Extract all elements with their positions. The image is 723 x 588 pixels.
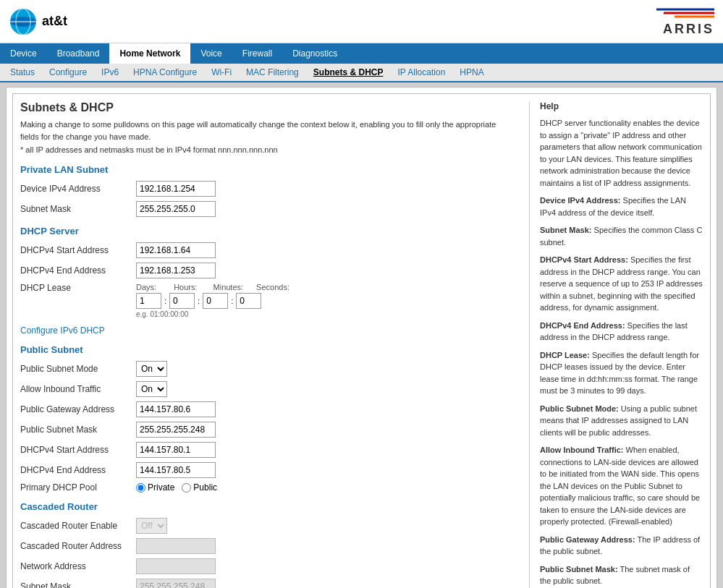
help-para-2: Device IPv4 Address: Specifies the LAN I… bbox=[540, 195, 703, 218]
att-logo: at&t bbox=[9, 7, 67, 36]
pool-public-radio[interactable]: Public bbox=[182, 482, 217, 493]
cascaded-subnet-input[interactable] bbox=[136, 579, 216, 588]
inbound-traffic-row: Allow Inbound Traffic On Off bbox=[20, 381, 515, 397]
nav-device[interactable]: Device bbox=[0, 43, 47, 64]
cascaded-address-row: Cascaded Router Address bbox=[20, 538, 515, 554]
cascaded-subnet-label: Subnet Mask bbox=[20, 581, 136, 588]
lease-days-label: Days: bbox=[136, 283, 156, 291]
nav-ipv6[interactable]: IPv6 bbox=[94, 64, 126, 81]
main-content: Subnets & DHCP Making a change to some p… bbox=[12, 93, 711, 588]
public-mode-row: Public Subnet Mode On Off bbox=[20, 361, 515, 377]
public-mode-select[interactable]: On Off bbox=[136, 361, 167, 377]
lease-hint: e.g. 01:00:00:00 bbox=[136, 310, 289, 318]
dhcp-end-row: DHCPv4 End Address bbox=[20, 263, 515, 278]
lease-days-input[interactable] bbox=[136, 293, 161, 309]
public-mode-label: Public Subnet Mode bbox=[20, 364, 136, 374]
inbound-traffic-select[interactable]: On Off bbox=[136, 381, 167, 397]
public-gateway-label: Public Gateway Address bbox=[20, 404, 136, 414]
help-para-3: Subnet Mask: Specifies the common Class … bbox=[540, 224, 703, 248]
header: at&t ARRIS bbox=[0, 0, 723, 43]
help-para-7: Public Subnet Mode: Using a public subne… bbox=[540, 403, 703, 439]
cascaded-address-input[interactable] bbox=[136, 538, 216, 554]
device-ipv4-row: Device IPv4 Address bbox=[20, 181, 515, 197]
primary-dhcp-pool-label: Primary DHCP Pool bbox=[20, 482, 136, 493]
device-ipv4-input[interactable] bbox=[136, 181, 216, 197]
network-address-row: Network Address bbox=[20, 558, 515, 574]
help-title: Help bbox=[540, 101, 703, 111]
nav-primary: Device Broadband Home Network Voice Fire… bbox=[0, 43, 723, 64]
dhcp-end-label: DHCPv4 End Address bbox=[20, 265, 136, 276]
lease-minutes-label: Minutes: bbox=[213, 283, 244, 291]
nav-diagnostics[interactable]: Diagnostics bbox=[282, 43, 347, 64]
public-start-row: DHCPv4 Start Address bbox=[20, 442, 515, 458]
primary-dhcp-pool-row: Primary DHCP Pool Private Public bbox=[20, 482, 515, 493]
network-address-input[interactable] bbox=[136, 558, 216, 574]
lease-seconds-input[interactable] bbox=[236, 293, 261, 309]
lease-seconds-label: Seconds: bbox=[256, 283, 289, 291]
public-subnet-mask-input[interactable] bbox=[136, 422, 216, 438]
help-para-9: Public Gateway Address: The IP address o… bbox=[540, 534, 703, 558]
cascaded-address-label: Cascaded Router Address bbox=[20, 541, 136, 551]
lease-minutes-input[interactable] bbox=[203, 293, 228, 309]
inbound-traffic-label: Allow Inbound Traffic bbox=[20, 384, 136, 394]
arris-stripe-icon bbox=[656, 6, 714, 22]
public-end-input[interactable] bbox=[136, 462, 216, 478]
nav-broadband[interactable]: Broadband bbox=[47, 43, 110, 64]
nav-status[interactable]: Status bbox=[3, 64, 42, 81]
configure-ipv6-dhcp-link[interactable]: Configure IPv6 DHCP bbox=[20, 325, 105, 336]
att-logo-icon bbox=[9, 7, 38, 36]
cascaded-enable-row: Cascaded Router Enable Off On bbox=[20, 518, 515, 534]
pool-public-radio-input[interactable] bbox=[182, 483, 191, 493]
cascaded-enable-select[interactable]: Off On bbox=[136, 518, 167, 534]
lease-hours-input[interactable] bbox=[169, 293, 195, 309]
arris-logo-text: ARRIS bbox=[663, 22, 714, 37]
nav-configure[interactable]: Configure bbox=[42, 64, 94, 81]
nav-wifi[interactable]: Wi-Fi bbox=[204, 64, 239, 81]
device-ipv4-label: Device IPv4 Address bbox=[20, 184, 136, 194]
public-start-label: DHCPv4 Start Address bbox=[20, 445, 136, 455]
nav-mac-filtering[interactable]: MAC Filtering bbox=[239, 64, 306, 81]
public-gateway-row: Public Gateway Address bbox=[20, 401, 515, 417]
cascaded-enable-label: Cascaded Router Enable bbox=[20, 521, 136, 531]
public-end-label: DHCPv4 End Address bbox=[20, 465, 136, 475]
nav-subnets-dhcp[interactable]: Subnets & DHCP bbox=[306, 64, 391, 81]
dhcp-start-input[interactable] bbox=[136, 242, 216, 258]
att-logo-text: at&t bbox=[42, 14, 67, 29]
subnet-mask-input[interactable] bbox=[136, 201, 216, 217]
public-subnet-mask-label: Public Subnet Mask bbox=[20, 425, 136, 435]
dhcp-server-title: DHCP Server bbox=[20, 226, 515, 237]
nav-hpna-configure[interactable]: HPNA Configure bbox=[126, 64, 204, 81]
subnet-mask-label: Subnet Mask bbox=[20, 204, 136, 214]
nav-ip-allocation[interactable]: IP Allocation bbox=[390, 64, 452, 81]
public-start-input[interactable] bbox=[136, 442, 216, 458]
lease-hours-label: Hours: bbox=[174, 283, 197, 291]
subnet-mask-row: Subnet Mask bbox=[20, 201, 515, 217]
help-para-6: DHCP Lease: Specifies the default length… bbox=[540, 349, 703, 397]
public-end-row: DHCPv4 End Address bbox=[20, 462, 515, 478]
network-address-label: Network Address bbox=[20, 561, 136, 571]
nav-voice[interactable]: Voice bbox=[190, 43, 232, 64]
pool-private-radio-input[interactable] bbox=[136, 483, 145, 493]
public-gateway-input[interactable] bbox=[136, 401, 216, 417]
help-para-10: Public Subnet Mask: The subnet mask of t… bbox=[540, 563, 703, 587]
cascaded-subnet-row: Subnet Mask bbox=[20, 579, 515, 588]
primary-dhcp-pool-radios: Private Public bbox=[136, 482, 217, 493]
public-subnet-title: Public Subnet bbox=[20, 344, 515, 355]
dhcp-end-input[interactable] bbox=[136, 263, 216, 278]
public-subnet-mask-row: Public Subnet Mask bbox=[20, 422, 515, 438]
help-para-5: DHCPv4 End Address: Specifies the last a… bbox=[540, 320, 703, 344]
nav-home-network[interactable]: Home Network bbox=[109, 43, 190, 64]
dhcp-start-label: DHCPv4 Start Address bbox=[20, 245, 136, 255]
private-lan-title: Private LAN Subnet bbox=[20, 164, 515, 175]
page-note: * all IP addresses and netmasks must be … bbox=[20, 145, 515, 154]
help-para-1: DHCP server functionality enables the de… bbox=[540, 117, 703, 189]
pool-public-label: Public bbox=[193, 482, 217, 493]
arris-logo: ARRIS bbox=[656, 6, 714, 37]
nav-hpna[interactable]: HPNA bbox=[452, 64, 491, 81]
nav-firewall[interactable]: Firewall bbox=[232, 43, 282, 64]
help-para-4: DHCPv4 Start Address: Specifies the firs… bbox=[540, 254, 703, 314]
dhcp-lease-row: DHCP Lease Days: Hours: Minutes: Seconds… bbox=[20, 283, 515, 318]
dhcp-lease-label: DHCP Lease bbox=[20, 283, 136, 293]
nav-secondary: Status Configure IPv6 HPNA Configure Wi-… bbox=[0, 64, 723, 82]
pool-private-radio[interactable]: Private bbox=[136, 482, 174, 493]
